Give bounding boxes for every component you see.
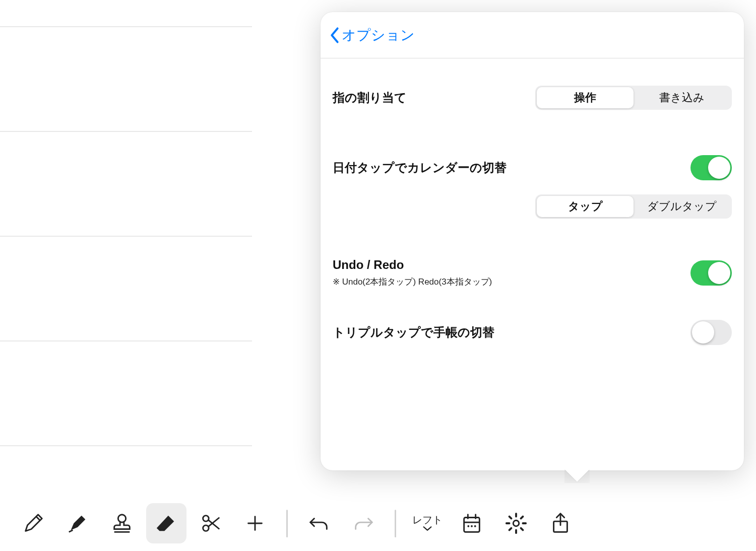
- options-popover: オプション 指の割り当て 操作 書き込み 日付タップでカレンダーの切替 タップ …: [321, 12, 744, 470]
- undo-redo-note: ※ Undo(2本指タップ) Redo(3本指タップ): [333, 276, 492, 288]
- stamp-icon: [110, 512, 134, 535]
- toggle-knob: [692, 321, 714, 343]
- spacer: [333, 298, 732, 310]
- svg-point-12: [467, 525, 469, 527]
- add-button[interactable]: [235, 503, 275, 543]
- spacer: [333, 120, 732, 145]
- settings-button[interactable]: [496, 503, 536, 543]
- paper-rule: [0, 236, 252, 237]
- chevron-down-icon: [422, 525, 433, 532]
- date-tap-label: 日付タップでカレンダーの切替: [333, 160, 507, 176]
- paper-background: [0, 0, 252, 484]
- popover-arrow: [564, 469, 590, 483]
- layout-switch[interactable]: レフト: [407, 503, 448, 543]
- paper-rule: [0, 340, 252, 341]
- row-finger-assign: 指の割り当て 操作 書き込み: [333, 76, 732, 120]
- bottom-toolbar: レフト: [0, 496, 756, 551]
- panel-title: オプション: [342, 26, 415, 45]
- scissors-icon: [199, 512, 222, 535]
- svg-rect-8: [464, 518, 480, 532]
- undo-redo-textblock: Undo / Redo ※ Undo(2本指タップ) Redo(3本指タップ): [333, 258, 492, 288]
- row-undo-redo: Undo / Redo ※ Undo(2本指タップ) Redo(3本指タップ): [333, 248, 732, 298]
- undo-redo-toggle[interactable]: [690, 260, 732, 286]
- eraser-tool[interactable]: [146, 503, 186, 543]
- chevron-left-icon: [329, 27, 341, 44]
- spacer: [333, 223, 732, 248]
- pencil-tool[interactable]: [13, 503, 53, 543]
- marker-icon: [66, 512, 89, 535]
- paper-rule: [0, 131, 252, 132]
- finger-assign-label: 指の割り当て: [333, 90, 407, 106]
- redo-button[interactable]: [343, 503, 384, 543]
- layout-switch-label: レフト: [412, 515, 443, 532]
- undo-button[interactable]: [299, 503, 339, 543]
- panel-header: オプション: [321, 12, 744, 58]
- paper-rule: [0, 26, 252, 27]
- seg-tap[interactable]: タップ: [537, 196, 634, 217]
- pencil-icon: [22, 512, 45, 535]
- finger-assign-segmented[interactable]: 操作 書き込み: [535, 86, 732, 110]
- seg-write[interactable]: 書き込み: [634, 87, 730, 108]
- toolbar-separator: [286, 510, 288, 537]
- calendar-button[interactable]: [452, 503, 492, 543]
- triple-tap-toggle[interactable]: [690, 320, 732, 345]
- calendar-icon: [460, 512, 483, 535]
- svg-point-15: [513, 520, 519, 526]
- scissors-tool[interactable]: [191, 503, 231, 543]
- gear-icon: [505, 512, 528, 535]
- row-date-tap-mode: タップ ダブルタップ: [333, 190, 732, 223]
- panel-body: 指の割り当て 操作 書き込み 日付タップでカレンダーの切替 タップ ダブルタップ…: [321, 58, 744, 367]
- seg-operation[interactable]: 操作: [537, 87, 634, 108]
- plus-icon: [243, 512, 267, 535]
- date-tap-toggle[interactable]: [690, 155, 732, 180]
- toggle-knob: [708, 262, 730, 284]
- toolbar-separator: [395, 510, 396, 537]
- date-tap-segmented[interactable]: タップ ダブルタップ: [535, 194, 732, 219]
- layout-switch-text: レフト: [412, 515, 443, 525]
- undo-redo-label: Undo / Redo: [333, 258, 492, 272]
- paper-rule: [0, 445, 252, 446]
- svg-point-14: [474, 525, 476, 527]
- share-button[interactable]: [540, 503, 581, 543]
- stamp-tool[interactable]: [102, 503, 142, 543]
- svg-point-13: [471, 525, 473, 527]
- seg-double-tap[interactable]: ダブルタップ: [634, 196, 730, 217]
- svg-point-0: [118, 515, 125, 522]
- redo-icon: [352, 512, 375, 535]
- row-date-tap: 日付タップでカレンダーの切替: [333, 145, 732, 190]
- back-button[interactable]: オプション: [329, 26, 415, 45]
- eraser-icon: [155, 512, 178, 535]
- share-icon: [549, 512, 572, 535]
- marker-tool[interactable]: [57, 503, 98, 543]
- undo-icon: [307, 512, 331, 535]
- row-triple-tap: トリプルタップで手帳の切替: [333, 310, 732, 355]
- triple-tap-label: トリプルタップで手帳の切替: [333, 324, 494, 340]
- toggle-knob: [708, 157, 730, 179]
